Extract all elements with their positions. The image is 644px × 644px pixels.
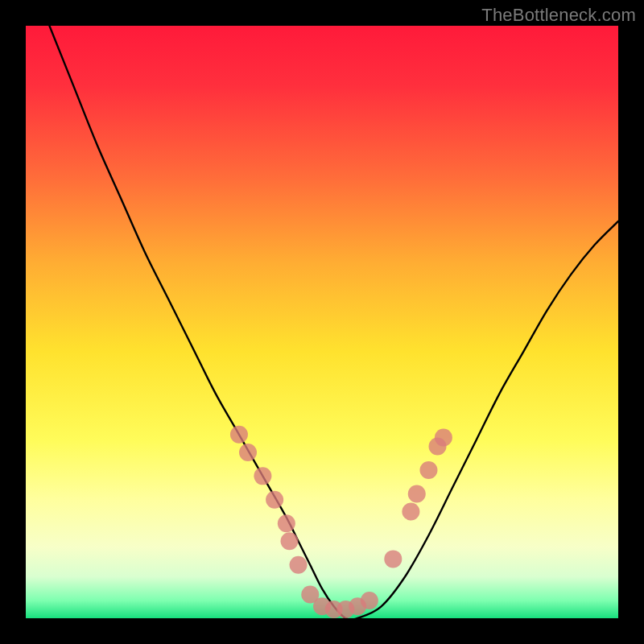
watermark-label: TheBottleneck.com [481, 5, 636, 26]
highlight-dot [419, 461, 437, 479]
highlight-dot [435, 429, 452, 447]
plot-area [26, 26, 618, 618]
chart-svg [26, 26, 618, 618]
highlight-dot [361, 592, 378, 609]
highlight-dot [230, 426, 248, 444]
highlight-dot [239, 444, 257, 461]
highlight-dot [402, 503, 419, 521]
highlight-dot [408, 485, 426, 502]
highlight-dot [278, 514, 295, 532]
highlight-dot [254, 467, 271, 485]
chart-frame: TheBottleneck.com [0, 0, 644, 644]
highlight-dot [266, 491, 283, 509]
highlight-dot [281, 532, 299, 550]
highlight-dot [290, 556, 308, 574]
gradient-background [26, 26, 618, 618]
highlight-dot [384, 550, 402, 568]
